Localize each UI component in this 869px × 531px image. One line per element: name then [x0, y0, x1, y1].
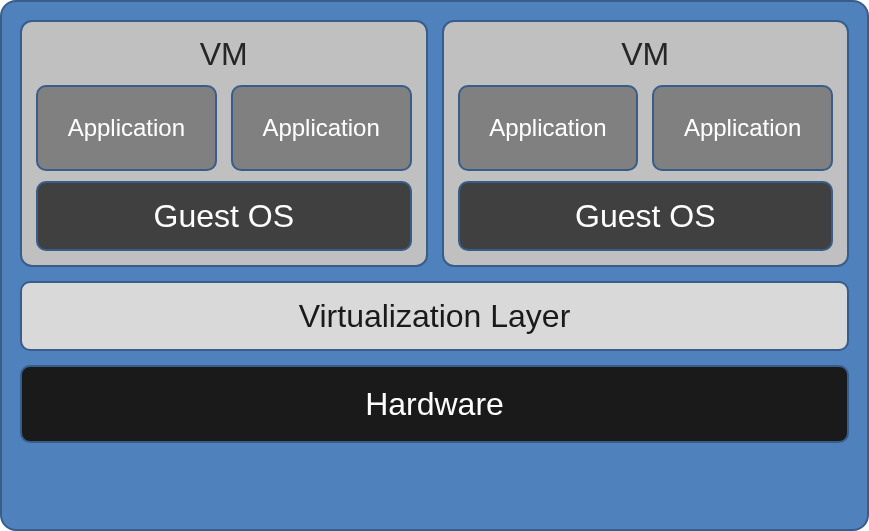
virtualization-layer-box: Virtualization Layer	[20, 281, 849, 351]
guest-os-box: Guest OS	[458, 181, 834, 251]
app-row: Application Application	[36, 85, 412, 171]
vm-box-2: VM Application Application Guest OS	[442, 20, 850, 267]
application-box: Application	[652, 85, 833, 171]
virtualization-diagram: VM Application Application Guest OS VM A…	[0, 0, 869, 531]
application-box: Application	[458, 85, 639, 171]
vm-row: VM Application Application Guest OS VM A…	[20, 20, 849, 267]
application-box: Application	[231, 85, 412, 171]
application-box: Application	[36, 85, 217, 171]
vm-box-1: VM Application Application Guest OS	[20, 20, 428, 267]
hardware-box: Hardware	[20, 365, 849, 443]
vm-title: VM	[458, 32, 834, 75]
app-row: Application Application	[458, 85, 834, 171]
vm-title: VM	[36, 32, 412, 75]
guest-os-box: Guest OS	[36, 181, 412, 251]
